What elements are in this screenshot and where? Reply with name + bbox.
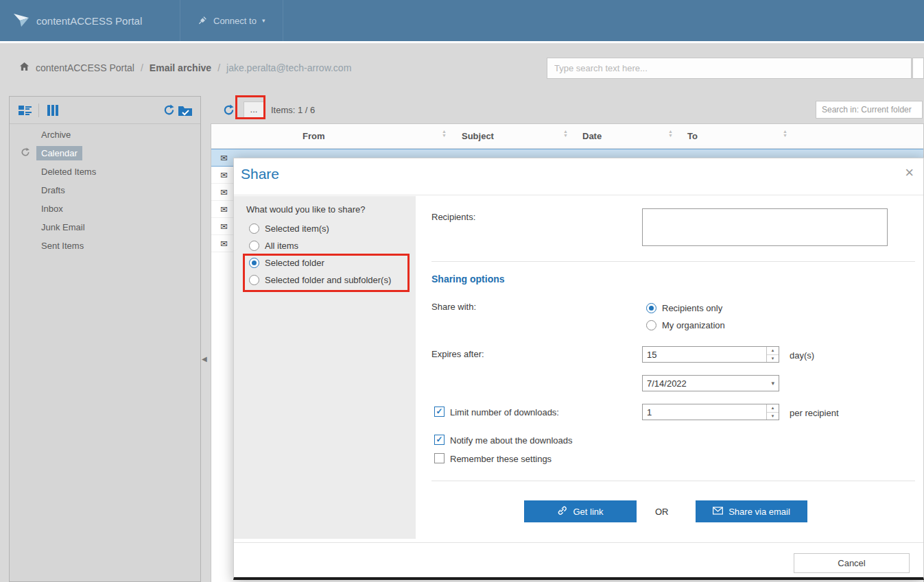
email-icon	[713, 507, 723, 517]
spin-up-icon[interactable]: ▲	[767, 347, 779, 355]
navbar-divider	[0, 41, 924, 43]
refresh-tree-icon[interactable]	[161, 102, 177, 119]
close-icon[interactable]: ×	[905, 164, 914, 182]
get-link-button[interactable]: Get link	[524, 500, 637, 522]
notify-downloads-label: Notify me about the downloads	[450, 435, 573, 446]
chevron-down-icon: ▾	[771, 380, 774, 387]
table-header-row: From ▲▼ Subject ▲▼ Date ▲▼ To ▲▼	[211, 124, 923, 149]
breadcrumb-separator: /	[141, 62, 143, 73]
envelope-icon: ✉	[220, 153, 228, 163]
connect-label: Connect to	[213, 16, 257, 26]
radio-icon	[646, 320, 656, 330]
radio-icon	[249, 275, 259, 285]
share-question: What would you like to share?	[246, 204, 365, 215]
get-link-label: Get link	[573, 507, 603, 517]
brand-title: contentACCESS Portal	[36, 15, 142, 27]
folder-item-archive[interactable]: Archive	[10, 125, 200, 144]
envelope-icon: ✉	[220, 187, 228, 197]
home-icon[interactable]	[19, 62, 29, 73]
envelope-icon: ✉	[220, 170, 228, 180]
limit-downloads-checkbox[interactable]: ✓	[434, 407, 445, 417]
share-scope-options: Selected item(s) All items Selected fold…	[249, 220, 391, 289]
folder-sidebar: Archive Calendar Deleted Items Drafts In…	[9, 96, 201, 582]
download-limit-stepper: ▲ ▼	[642, 404, 779, 420]
top-navbar: contentACCESS Portal Connect to ▾	[0, 0, 924, 41]
expires-days-stepper: ▲ ▼	[642, 346, 779, 363]
radio-icon	[249, 241, 259, 251]
days-unit-label: day(s)	[790, 350, 814, 361]
folder-item-inbox[interactable]: Inbox	[10, 199, 200, 218]
spin-up-icon[interactable]: ▲	[767, 404, 779, 413]
share-via-email-button[interactable]: Share via email	[696, 500, 807, 522]
or-label: OR	[655, 507, 669, 517]
share-modal: Share × What would you like to share? Se…	[233, 158, 924, 580]
column-header-date[interactable]: Date	[582, 131, 602, 141]
modal-header: Share ×	[234, 158, 923, 195]
items-count: Items: 1 / 6	[271, 105, 315, 115]
expires-after-label: Expires after:	[431, 349, 484, 359]
divider	[431, 261, 915, 262]
radio-selected-items[interactable]: Selected item(s)	[249, 220, 391, 237]
columns-view-icon[interactable]	[45, 102, 61, 119]
folder-item-sent-items[interactable]: Sent Items	[10, 237, 200, 255]
folder-item-drafts[interactable]: Drafts	[10, 181, 200, 199]
envelope-icon: ✉	[220, 204, 228, 215]
folder-item-calendar[interactable]: Calendar	[10, 144, 200, 162]
folder-search-input[interactable]	[816, 101, 923, 119]
global-search-button[interactable]	[912, 58, 924, 79]
limit-downloads-label: Limit number of downloads:	[450, 407, 559, 417]
connect-to-menu[interactable]: Connect to ▾	[180, 0, 283, 41]
remember-settings-checkbox[interactable]	[434, 453, 445, 463]
connect-icon	[198, 15, 208, 27]
sidebar-collapse-icon[interactable]: ◀	[202, 355, 207, 363]
radio-all-items[interactable]: All items	[249, 237, 391, 254]
recipients-input[interactable]	[642, 208, 888, 246]
sort-icon-subject[interactable]: ▲▼	[563, 130, 568, 138]
radio-icon	[249, 223, 259, 234]
breadcrumb-mailbox[interactable]: jake.peralta@tech-arrow.com	[226, 62, 351, 73]
list-toolbar: ... Items: 1 / 6	[211, 96, 924, 123]
divider	[234, 542, 923, 543]
breadcrumb: contentACCESS Portal / Email archive / j…	[19, 62, 351, 73]
share-scope-panel: What would you like to share? Selected i…	[234, 196, 416, 539]
recipients-label: Recipients:	[431, 212, 475, 222]
envelope-icon: ✉	[220, 239, 228, 249]
sharing-options-title: Sharing options	[431, 274, 505, 284]
spinner: ▲ ▼	[766, 347, 779, 362]
radio-selected-icon	[646, 303, 656, 313]
more-options-button[interactable]: ...	[244, 101, 264, 118]
modal-title: Share	[241, 166, 279, 182]
radio-my-organization[interactable]: My organization	[646, 317, 725, 334]
brand-logo-icon	[12, 11, 30, 31]
column-header-from[interactable]: From	[303, 131, 325, 141]
radio-recipients-only[interactable]: Recipients only	[646, 300, 722, 317]
sort-icon-date[interactable]: ▲▼	[668, 130, 673, 138]
folder-item-junk-email[interactable]: Junk Email	[10, 218, 200, 237]
folder-item-deleted-items[interactable]: Deleted Items	[10, 162, 200, 181]
breadcrumb-email-archive[interactable]: Email archive	[150, 62, 211, 73]
spinner: ▲ ▼	[766, 404, 779, 420]
folder-select-icon[interactable]	[177, 102, 193, 119]
divider	[431, 481, 915, 481]
link-icon	[557, 505, 567, 518]
sort-icon-to[interactable]: ▲▼	[783, 130, 787, 138]
refresh-list-icon[interactable]	[220, 101, 237, 118]
cancel-button[interactable]: Cancel	[794, 553, 910, 573]
radio-selected-folder-subfolders[interactable]: Selected folder and subfolder(s)	[249, 271, 391, 289]
notify-downloads-checkbox[interactable]: ✓	[434, 435, 445, 445]
spin-down-icon[interactable]: ▼	[767, 355, 779, 363]
per-recipient-label: per recipient	[790, 408, 839, 418]
preview-pane-view-icon[interactable]	[16, 102, 33, 119]
spin-down-icon[interactable]: ▼	[767, 413, 779, 420]
expire-date-dropdown[interactable]: 7/14/2022 ▾	[642, 375, 779, 391]
radio-selected-icon	[249, 258, 259, 268]
envelope-icon: ✉	[220, 221, 228, 232]
expires-days-input[interactable]	[643, 347, 765, 362]
download-limit-input[interactable]	[643, 404, 765, 420]
breadcrumb-portal[interactable]: contentACCESS Portal	[36, 62, 134, 73]
radio-selected-folder[interactable]: Selected folder	[249, 254, 391, 271]
column-header-subject[interactable]: Subject	[462, 131, 494, 141]
column-header-to[interactable]: To	[687, 131, 698, 141]
sort-icon-from[interactable]: ▲▼	[442, 130, 447, 138]
global-search-input[interactable]	[547, 58, 912, 79]
